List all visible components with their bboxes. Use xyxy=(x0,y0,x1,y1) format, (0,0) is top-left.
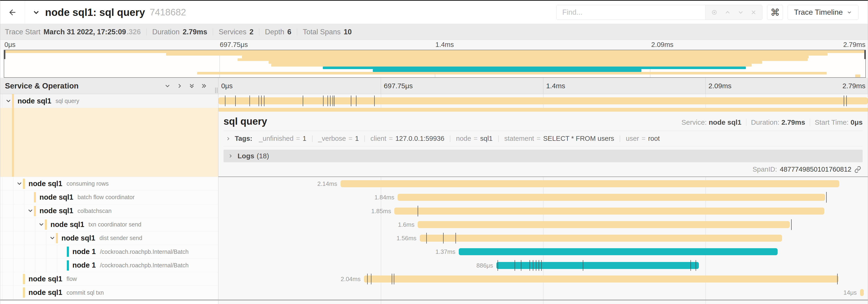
view-selector-label: Trace Timeline xyxy=(794,8,843,16)
indent-guide xyxy=(2,286,2,299)
span-detail-content: sql query Service: node sql1 Duration: 2… xyxy=(218,112,868,173)
log-tick xyxy=(371,274,371,284)
logs-count: (18) xyxy=(257,152,269,160)
log-tick xyxy=(264,96,265,106)
indent-guide xyxy=(2,204,2,217)
clear-icon[interactable] xyxy=(750,9,757,15)
span-tree-row[interactable]: node sql1consuming rows xyxy=(0,177,218,191)
collapse-one-icon[interactable] xyxy=(164,82,171,90)
log-tick xyxy=(258,96,259,106)
indent-guide xyxy=(2,259,2,272)
span-bar[interactable] xyxy=(417,221,790,228)
ruler-tick: 2.79ms xyxy=(843,41,865,48)
minimap-ruler: 0μs 697.75μs 1.4ms 2.09ms 2.79ms xyxy=(0,40,868,50)
minimap-span-row xyxy=(4,67,865,69)
log-tick xyxy=(333,96,333,106)
expand-one-icon[interactable] xyxy=(176,82,183,90)
span-bar[interactable] xyxy=(394,208,824,214)
link-icon[interactable] xyxy=(854,166,861,173)
span-tree-row[interactable]: node sql1txn coordinator send xyxy=(0,218,218,231)
tags-row[interactable]: Tags: _unfinished=1_verbose=1client=127.… xyxy=(223,131,863,146)
span-timeline-row[interactable]: 2.14ms xyxy=(218,177,868,191)
span-color-strip xyxy=(67,246,69,257)
span-timeline-row[interactable]: 1.56ms xyxy=(218,231,868,245)
span-meta: Service: node sql1 Duration: 2.79ms Star… xyxy=(681,119,863,126)
logs-row[interactable]: Logs (18) xyxy=(223,150,863,162)
tag-value: 1 xyxy=(355,135,359,142)
expand-toggle[interactable] xyxy=(5,97,12,105)
header-controls: ⌘ Trace Timeline xyxy=(556,5,859,20)
span-bar[interactable] xyxy=(496,262,699,269)
span-timeline-row[interactable]: 886μs xyxy=(218,259,868,272)
expand-toggle[interactable] xyxy=(27,207,34,214)
log-tick xyxy=(541,260,542,271)
span-timeline-row[interactable]: 1.6ms xyxy=(218,218,868,231)
find-input[interactable] xyxy=(557,5,705,20)
spanid-value: 4877749850101760812 xyxy=(780,166,851,173)
equals-sign: = xyxy=(642,135,646,142)
locate-icon[interactable] xyxy=(711,9,718,16)
minimap-span-bar xyxy=(197,72,827,75)
span-tree-row[interactable]: node sql1commit sql txn xyxy=(0,286,218,299)
minimap-right-scrubber[interactable] xyxy=(864,50,866,59)
span-bar[interactable] xyxy=(364,275,839,282)
indent-guide xyxy=(13,272,13,285)
span-bar[interactable] xyxy=(398,194,825,201)
chevron-right-icon xyxy=(228,153,234,159)
expand-toggle[interactable] xyxy=(38,221,45,228)
span-timeline-row[interactable]: 2.04ms xyxy=(218,272,868,286)
span-bar[interactable] xyxy=(341,180,839,187)
logs-label: Logs xyxy=(238,152,254,160)
span-tree-row[interactable]: node sql1sql query xyxy=(0,94,218,108)
span-tree-row[interactable]: node sql1batch flow coordinator xyxy=(0,191,218,204)
tag-item: statement=SELECT * FROM users xyxy=(504,135,614,142)
span-tree-row[interactable]: node 1/cockroach.roachpb.Internal/Batch xyxy=(0,259,218,272)
span-bar[interactable] xyxy=(459,248,778,255)
span-tree-row[interactable]: node sql1colbatchscan xyxy=(0,204,218,218)
span-tree-row[interactable]: node sql1flow xyxy=(0,272,218,286)
expand-all-icon[interactable] xyxy=(200,82,208,90)
horizontal-scrollbar[interactable] xyxy=(0,300,868,301)
span-timeline-row[interactable]: 1.85ms xyxy=(218,204,868,218)
indent-guide xyxy=(35,231,35,245)
span-bar[interactable] xyxy=(218,108,868,112)
span-tree-row[interactable]: node 1/cockroach.roachpb.Internal/Batch xyxy=(0,245,218,259)
chevron-down-icon[interactable] xyxy=(737,9,744,16)
expand-toggle[interactable] xyxy=(16,180,23,188)
chevron-up-icon[interactable] xyxy=(724,9,731,16)
log-tick xyxy=(837,274,838,284)
span-rows: 2.14ms1.84ms1.85ms1.6ms1.56ms1.37ms886μs… xyxy=(218,177,868,300)
minimap-left-scrubber[interactable] xyxy=(4,50,5,59)
column-resizer-handle[interactable] xyxy=(215,88,217,93)
indent-guide xyxy=(2,191,2,204)
view-selector-button[interactable]: Trace Timeline xyxy=(788,5,859,20)
span-operation: sql query xyxy=(56,98,79,104)
collapse-all-icon[interactable] xyxy=(188,82,195,90)
span-bar[interactable] xyxy=(860,289,864,296)
span-bar[interactable] xyxy=(218,97,868,104)
keyboard-shortcuts-button[interactable]: ⌘ xyxy=(767,5,783,20)
span-timeline-row[interactable]: 14μs xyxy=(218,286,868,299)
equals-sign: = xyxy=(389,135,393,142)
minimap-span-bar xyxy=(4,50,865,53)
collapse-chevron-icon[interactable] xyxy=(32,8,40,16)
back-button[interactable] xyxy=(0,1,25,24)
top-bar: node sql1: sql query 7418682 ⌘ xyxy=(0,1,868,24)
tag-value: SELECT * FROM users xyxy=(543,135,614,142)
log-tick xyxy=(826,192,827,203)
log-tick xyxy=(521,260,521,271)
span-color-strip xyxy=(67,260,69,271)
tag-value: sql1 xyxy=(480,135,493,142)
span-operation-title: sql query xyxy=(223,116,267,127)
span-timeline-row[interactable]: 1.84ms xyxy=(218,191,868,204)
ruler-tick: 2.79ms xyxy=(842,78,865,94)
span-tree-row[interactable]: node sql1dist sender send xyxy=(0,231,218,245)
ruler-tick: 0μs xyxy=(218,78,381,94)
expand-toggle[interactable] xyxy=(49,234,56,242)
tag-key: _unfinished xyxy=(259,135,293,142)
span-bar[interactable] xyxy=(420,235,782,242)
log-tick xyxy=(356,96,356,106)
span-timeline-row[interactable]: 1.37ms xyxy=(218,245,868,259)
trace-minimap[interactable] xyxy=(4,50,866,78)
span-timeline-row[interactable] xyxy=(218,94,868,108)
